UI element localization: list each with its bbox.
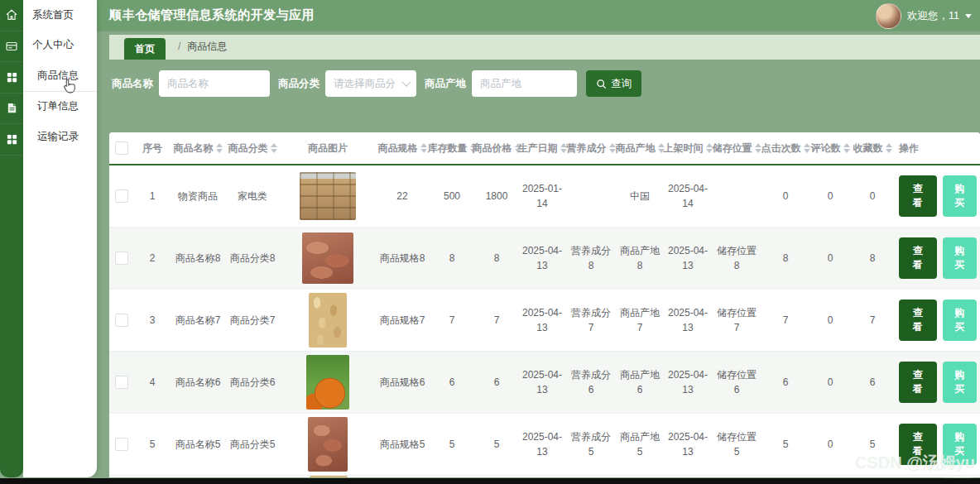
table-row: 1 物资商品 家电类 22 500 1800 2025-01-14 中国 202… [109,165,980,228]
cell-clicks: 0 [761,189,809,204]
sidebar-item-profile[interactable]: 个人中心 [23,31,97,61]
avatar[interactable] [876,3,901,29]
cell-name: 商品名称8 [171,251,225,266]
view-button[interactable]: 查看 [899,300,937,341]
column-header-name[interactable]: 商品名称 [171,141,225,156]
row-checkbox[interactable] [115,314,128,327]
product-image [300,172,356,220]
column-label: 操作 [899,141,919,156]
sidebar-icon-profile[interactable] [0,31,23,63]
buy-button[interactable]: 购买 [943,237,978,279]
buy-button[interactable]: 购买 [943,300,978,341]
cell-prod-date: 2025-04-13 [518,243,566,273]
column-header-origin[interactable]: 商品产地 [616,141,664,156]
view-button[interactable]: 查看 [899,175,937,217]
cell-stock: 5 [429,437,475,452]
sidebar-icon-home[interactable] [0,0,23,31]
column-header-clicks[interactable]: 点击次数 [761,141,809,156]
cell-price: 8 [475,251,518,266]
select-all-checkbox[interactable] [115,141,128,155]
cell-select [109,438,134,451]
search-icon [596,79,607,89]
product-origin-input[interactable] [472,70,577,97]
sidebar-icon-products[interactable] [0,62,23,93]
cell-spec: 商品规格5 [376,437,429,452]
breadcrumb-current: 商品信息 [187,40,227,54]
chevron-down-icon[interactable] [965,14,972,22]
sidebar: 系统首页 个人中心 商品信息 订单信息 运输记录 [0,0,97,477]
column-header-nutrition[interactable]: 营养成分 [566,141,616,156]
column-label: 商品名称 [174,141,214,156]
cell-actions: 查看 购买 [894,237,980,279]
sidebar-item-products[interactable]: 商品信息 [23,60,97,92]
sidebar-item-orders[interactable]: 订单信息 [23,92,97,122]
buy-button[interactable]: 购买 [943,175,978,217]
sidebar-icon-orders[interactable] [0,93,23,125]
product-image [302,232,353,284]
column-header-favorites[interactable]: 收藏数 [851,141,894,156]
cell-clicks: 7 [761,313,809,328]
sidebar-item-label: 系统首页 [32,8,74,22]
sidebar-item-transport[interactable]: 运输记录 [23,122,97,152]
sidebar-icon-transport[interactable] [0,124,23,156]
column-header-stock[interactable]: 库存数量 [429,141,475,156]
column-header-price[interactable]: 商品价格 [475,141,518,156]
column-header-shelf_date[interactable]: 上架时间 [664,141,712,156]
cell-spec: 商品规格7 [376,313,429,328]
row-checkbox[interactable] [115,438,128,451]
product-table-panel: 序号商品名称商品分类商品图片商品规格库存数量商品价格生产日期营养成分商品产地上架… [109,132,980,477]
buy-button[interactable]: 购买 [943,362,978,403]
column-label: 商品价格 [473,141,512,156]
row-checkbox[interactable] [115,376,128,389]
row-checkbox[interactable] [115,189,128,203]
cell-actions: 查看 购买 [894,300,980,341]
cell-prod-date: 2025-04-13 [518,367,566,397]
sidebar-item-home[interactable]: 系统首页 [23,0,97,31]
column-header-spec[interactable]: 商品规格 [376,141,429,156]
column-label: 储存位置 [713,141,752,156]
column-header-storage[interactable]: 储存位置 [712,141,761,156]
cell-image [280,293,376,347]
cell-category: 商品分类7 [225,313,280,328]
row-checkbox[interactable] [115,252,128,265]
sort-caret-icon[interactable] [843,143,850,153]
product-image [306,355,349,410]
cell-image [280,232,376,284]
sidebar-menu: 系统首页 个人中心 商品信息 订单信息 运输记录 [23,0,97,477]
sort-caret-icon[interactable] [886,143,892,153]
column-header-prod_date[interactable]: 生产日期 [518,141,566,156]
product-name-input[interactable] [159,70,270,97]
filter-category-label: 商品分类 [278,77,319,91]
table-row: 5 商品名称5 商品分类5 商品规格5 5 5 2025-04-13 营养成分5… [109,414,980,476]
sort-caret-icon[interactable] [271,143,277,153]
table-row-partial [109,476,980,477]
cell-shelf-date: 2025-04-13 [664,429,712,459]
column-label: 收藏数 [853,141,883,156]
sort-caret-icon[interactable] [420,143,427,153]
category-select[interactable]: 请选择商品分类 [325,70,416,97]
cell-nutrition: 营养成分6 [566,367,616,397]
search-button[interactable]: 查询 [586,70,641,97]
column-header-category[interactable]: 商品分类 [225,141,280,156]
column-label: 营养成分 [567,141,607,156]
bottom-black-bar [0,478,980,484]
cell-origin: 商品产地7 [616,305,664,335]
cell-spec: 22 [376,189,429,204]
column-header-comments[interactable]: 评论数 [809,141,851,156]
view-button[interactable]: 查看 [899,237,937,279]
cell-price: 5 [475,437,518,452]
filter-origin-label: 商品产地 [425,77,466,91]
column-label: 商品图片 [308,141,348,156]
user-menu[interactable]: 欢迎您，11 [876,3,972,29]
category-select-placeholder: 请选择商品分类 [334,77,396,91]
sort-caret-icon[interactable] [609,143,616,153]
cell-origin: 商品产地5 [616,429,664,459]
tab-home[interactable]: 首页 [124,38,166,60]
view-button[interactable]: 查看 [899,362,937,403]
breadcrumb-separator: / [178,41,180,52]
cell-stock: 8 [429,251,475,266]
sort-caret-icon[interactable] [755,143,761,153]
product-image [309,293,347,347]
sort-caret-icon[interactable] [216,143,223,153]
column-label: 生产日期 [518,141,558,156]
